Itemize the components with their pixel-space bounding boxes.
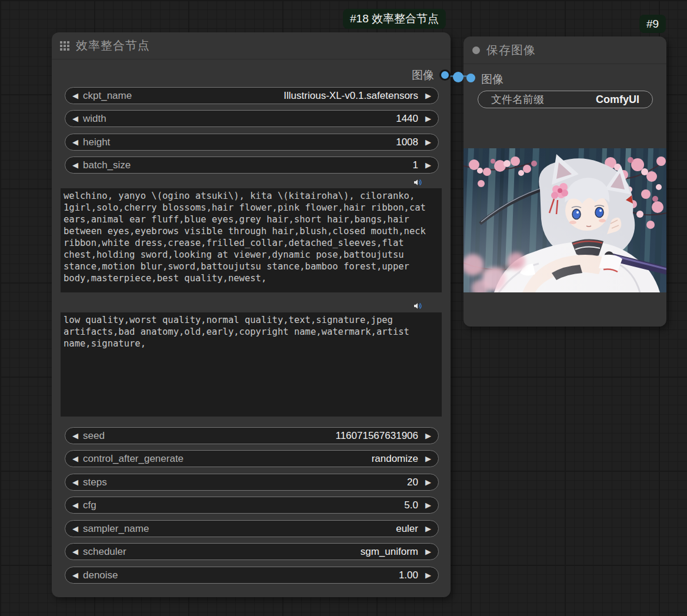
widget-label: width [83,113,106,125]
increment-arrow-icon[interactable]: ▶ [425,138,431,146]
widget-value: 116071567631906 [335,430,418,442]
decrement-arrow-icon[interactable]: ◀ [72,571,78,579]
node-title: 效率整合节点 [76,38,150,54]
node-id-badge-9: #9 [639,15,666,33]
increment-arrow-icon[interactable]: ▶ [425,501,431,509]
widget-ckpt-name[interactable]: ◀ ckpt_name Illustrious-XL-v0.1.safetens… [65,87,439,104]
collapse-dot-icon[interactable] [472,46,480,54]
decrement-arrow-icon[interactable]: ◀ [72,161,78,169]
input-slot-label: 图像 [481,72,503,87]
increment-arrow-icon[interactable]: ▶ [425,92,431,99]
widget-label: 文件名前缀 [491,92,544,106]
widget-value: 5.0 [404,500,418,511]
speaker-icon[interactable] [413,178,422,187]
widget-value: 1.00 [399,570,418,581]
increment-arrow-icon[interactable]: ▶ [425,548,431,555]
increment-arrow-icon[interactable]: ▶ [425,115,431,122]
widget-label: denoise [83,570,118,581]
save-image-node-header[interactable]: 保存图像 [463,36,666,64]
decrement-arrow-icon[interactable]: ◀ [72,92,78,99]
efficiency-node-header[interactable]: 效率整合节点 [52,32,451,59]
widget-cfg[interactable]: ◀ cfg 5.0 ▶ [65,497,439,514]
widget-label: control_after_generate [83,453,184,465]
save-image-node: 保存图像 图像 文件名前缀 ComfyUI [463,36,666,327]
widget-value: sgm_uniform [361,546,418,558]
widget-filename-prefix[interactable]: 文件名前缀 ComfyUI [478,91,653,108]
widget-label: scheduler [83,546,126,558]
widget-height[interactable]: ◀ height 1008 ▶ [65,134,439,151]
widget-value: euler [396,523,418,535]
widget-sampler-name[interactable]: ◀ sampler_name euler ▶ [65,520,439,537]
decrement-arrow-icon[interactable]: ◀ [72,548,78,555]
widget-control-after-generate[interactable]: ◀ control_after_generate randomize ▶ [65,450,439,467]
generated-image-preview[interactable] [463,148,666,292]
widget-batch-size[interactable]: ◀ batch_size 1 ▶ [65,157,439,174]
widget-value: 1 [413,159,418,171]
decrement-arrow-icon[interactable]: ◀ [72,455,78,462]
widget-label: steps [83,477,107,488]
decrement-arrow-icon[interactable]: ◀ [72,138,78,146]
node-grid-icon[interactable] [60,41,69,51]
negative-prompt-textarea[interactable]: low quality,worst quality,normal quality… [61,312,442,417]
increment-arrow-icon[interactable]: ▶ [425,478,431,486]
widget-label: ckpt_name [83,90,132,102]
speaker-icon[interactable] [413,301,422,311]
widget-value: 1008 [396,136,418,148]
widget-value: Illustrious-XL-v0.1.safetensors [284,90,418,102]
positive-prompt-textarea[interactable]: welchino, yanyo \(ogino atsuki\), kita \… [61,188,442,292]
widget-label: seed [83,430,105,442]
widget-scheduler[interactable]: ◀ scheduler sgm_uniform ▶ [65,543,439,560]
node-id-badge-18: #18 效率整合节点 [343,9,446,29]
widget-denoise[interactable]: ◀ denoise 1.00 ▶ [65,567,439,584]
widget-width[interactable]: ◀ width 1440 ▶ [65,110,439,127]
output-slot-label: 图像 [412,68,434,83]
widget-value: 1440 [396,113,418,125]
widget-steps[interactable]: ◀ steps 20 ▶ [65,474,439,491]
widget-value: 20 [407,477,418,488]
decrement-arrow-icon[interactable]: ◀ [72,478,78,486]
widget-label: sampler_name [83,523,149,535]
increment-arrow-icon[interactable]: ▶ [425,455,431,462]
widget-value: ComfyUI [596,94,639,106]
increment-arrow-icon[interactable]: ▶ [425,432,431,439]
link-midpoint-dot[interactable] [453,72,463,82]
node-title: 保存图像 [486,42,536,58]
decrement-arrow-icon[interactable]: ◀ [72,432,78,439]
widget-label: cfg [83,500,96,511]
efficiency-node: 效率整合节点 图像 ◀ ckpt_name Illustrious-XL-v0.… [52,32,451,597]
increment-arrow-icon[interactable]: ▶ [425,571,431,579]
widget-label: batch_size [83,159,131,171]
decrement-arrow-icon[interactable]: ◀ [72,115,78,122]
widget-value: randomize [372,453,418,465]
decrement-arrow-icon[interactable]: ◀ [72,501,78,509]
decrement-arrow-icon[interactable]: ◀ [72,525,78,532]
input-port-image[interactable] [466,74,475,82]
widget-seed[interactable]: ◀ seed 116071567631906 ▶ [65,427,439,444]
widget-label: height [83,136,110,148]
increment-arrow-icon[interactable]: ▶ [425,525,431,532]
output-port-image[interactable] [439,69,451,81]
increment-arrow-icon[interactable]: ▶ [425,161,431,169]
